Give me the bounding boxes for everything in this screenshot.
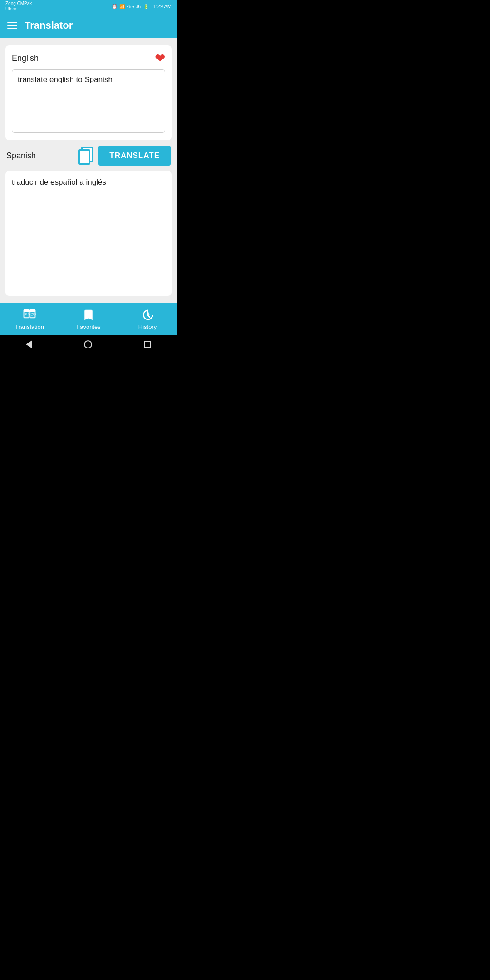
nav-tab-favorites[interactable]: Favorites [59, 303, 118, 335]
history-icon [141, 308, 154, 322]
bottom-nav: XA 文A Translation Favorites History [0, 303, 177, 335]
clock: 11:29 AM [151, 4, 172, 9]
translate-button[interactable]: TRANSLATE [98, 146, 171, 166]
copy-button[interactable] [78, 147, 95, 165]
nav-tab-translation[interactable]: XA 文A Translation [0, 303, 59, 335]
favorites-icon [82, 308, 95, 322]
source-header: English ❤ [12, 51, 165, 66]
status-icons: ⏰ 📶 26 ₃ 36 🔋 [112, 4, 149, 9]
home-button[interactable] [84, 340, 92, 348]
status-right: ⏰ 📶 26 ₃ 36 🔋 11:29 AM [112, 4, 172, 9]
svg-text:XA: XA [25, 312, 30, 316]
source-language-label: English [12, 54, 39, 63]
translation-icon: XA 文A [23, 308, 36, 322]
nav-label-translation: Translation [15, 323, 44, 330]
recents-button[interactable] [144, 341, 151, 348]
status-bar: Zong CMPak Ufone ⏰ 📶 26 ₃ 36 🔋 11:29 AM [0, 0, 177, 13]
source-section: English ❤ translate english to Spanish [5, 45, 172, 140]
middle-row: Spanish TRANSLATE [5, 146, 172, 166]
main-content: English ❤ translate english to Spanish S… [0, 38, 177, 303]
nav-tab-history[interactable]: History [118, 303, 177, 335]
menu-button[interactable] [7, 22, 17, 29]
translation-output: traducir de español a inglés [12, 176, 165, 188]
source-input[interactable]: translate english to Spanish [12, 69, 165, 133]
nav-label-history: History [138, 323, 157, 330]
app-title: Translator [24, 20, 73, 31]
favorite-button[interactable]: ❤ [155, 51, 165, 66]
copy-icon-front [78, 149, 90, 165]
action-buttons: TRANSLATE [78, 146, 171, 166]
carrier-name: Zong CMPak [5, 1, 32, 6]
nav-label-favorites: Favorites [76, 323, 100, 330]
app-bar: Translator [0, 13, 177, 38]
carrier-name2: Ufone [5, 6, 32, 12]
target-language-label: Spanish [6, 151, 36, 161]
carrier-info: Zong CMPak Ufone [5, 1, 32, 12]
svg-text:文A: 文A [31, 312, 36, 316]
back-button[interactable] [26, 340, 32, 348]
target-section: traducir de español a inglés [5, 171, 172, 296]
android-nav-bar [0, 335, 177, 354]
